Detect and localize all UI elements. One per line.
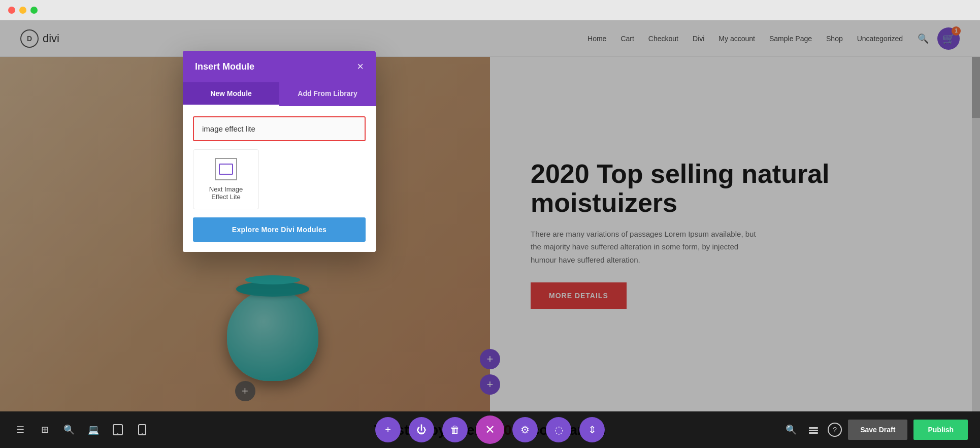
modal-header: Insert Module ×	[183, 51, 376, 82]
toolbar-right: 🔍 ? Save Draft Publish	[783, 420, 968, 440]
toolbar-mobile-icon[interactable]	[134, 422, 150, 438]
tab-new-module[interactable]: New Module	[183, 82, 279, 106]
modal-title: Insert Module	[195, 61, 254, 72]
toolbar-layers-icon[interactable]	[805, 422, 822, 438]
toolbar-menu-icon[interactable]: ☰	[12, 422, 28, 438]
module-search-input[interactable]	[194, 117, 365, 140]
module-result-item[interactable]: Next Image Effect Lite	[193, 149, 259, 209]
save-draft-button[interactable]: Save Draft	[848, 420, 907, 440]
svg-point-2	[117, 433, 118, 434]
toolbar-tablet-icon[interactable]	[110, 422, 126, 438]
close-button[interactable]	[8, 7, 15, 14]
modal-body: Next Image Effect Lite Explore More Divi…	[183, 106, 376, 252]
window-chrome	[0, 0, 980, 20]
explore-modules-button[interactable]: Explore More Divi Modules	[193, 217, 366, 242]
svg-rect-7	[809, 432, 818, 434]
toolbar-settings-button[interactable]: ⚙	[512, 417, 538, 442]
toolbar-center: + ⏻ 🗑 ✕ ⚙ ◌ ⇕	[375, 415, 605, 444]
toolbar-left: ☰ ⊞ 🔍 💻	[12, 422, 150, 438]
module-result-name: Next Image Effect Lite	[202, 185, 250, 201]
modal-close-button[interactable]: ×	[357, 61, 364, 72]
toolbar-grid-icon[interactable]: ⊞	[37, 422, 53, 438]
modal-overlay[interactable]	[0, 20, 980, 448]
toolbar-close-button[interactable]: ✕	[476, 415, 504, 444]
svg-point-4	[142, 433, 143, 434]
modal-tabs: New Module Add From Library	[183, 82, 376, 106]
publish-button[interactable]: Publish	[913, 420, 968, 440]
search-wrapper	[193, 116, 366, 141]
svg-rect-5	[809, 427, 818, 429]
module-result-icon	[215, 158, 237, 180]
tab-add-from-library[interactable]: Add From Library	[279, 82, 376, 106]
traffic-lights	[8, 7, 38, 14]
toolbar-add-button[interactable]: +	[375, 417, 401, 442]
toolbar-delete-button[interactable]: 🗑	[442, 417, 468, 442]
toolbar-search-icon[interactable]: 🔍	[61, 422, 77, 438]
builder-toolbar: ☰ ⊞ 🔍 💻 + ⏻ 🗑 ✕ ⚙ ◌ ⇕ 🔍 ? Save Draft Pub…	[0, 411, 980, 448]
minimize-button[interactable]	[19, 7, 26, 14]
svg-rect-6	[809, 430, 818, 431]
maximize-button[interactable]	[30, 7, 38, 14]
toolbar-help-icon[interactable]: ?	[828, 423, 842, 437]
toolbar-history-button[interactable]: ◌	[546, 417, 571, 442]
toolbar-power-button[interactable]: ⏻	[409, 417, 434, 442]
toolbar-desktop-icon[interactable]: 💻	[85, 422, 102, 438]
svg-rect-0	[219, 164, 233, 174]
site-wrapper: D divi Home Cart Checkout Divi My accoun…	[0, 20, 980, 448]
toolbar-right-search-icon[interactable]: 🔍	[783, 422, 799, 438]
insert-module-modal: Insert Module × New Module Add From Libr…	[183, 51, 376, 252]
toolbar-layout-button[interactable]: ⇕	[579, 417, 605, 442]
